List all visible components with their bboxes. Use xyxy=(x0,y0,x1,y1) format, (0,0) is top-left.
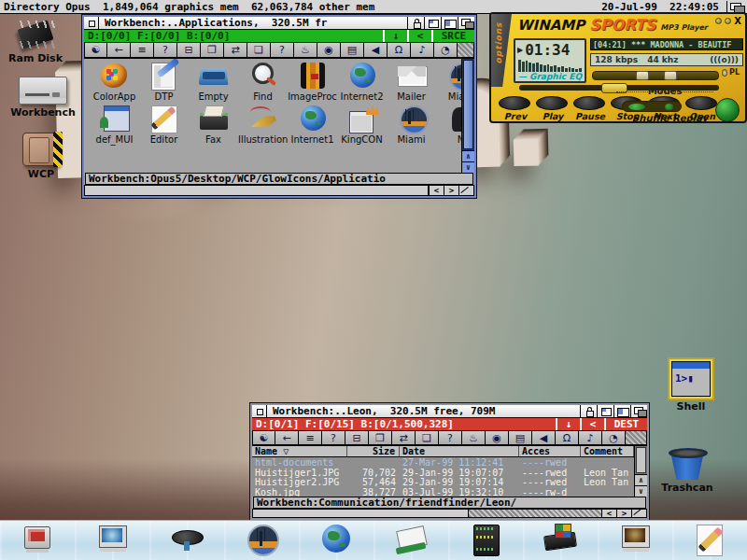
scroll-left-icon[interactable]: < xyxy=(602,509,617,518)
file-row[interactable]: Kosh.jpg38,727 03-Jul-99 19:32:10----rw-… xyxy=(252,488,634,497)
desktop-icon-workbench[interactable]: Workbench xyxy=(9,77,77,119)
app-icon-editor[interactable]: Editor xyxy=(139,104,189,145)
open-button[interactable] xyxy=(685,96,717,110)
mode-words[interactable]: Shuffle Replay xyxy=(632,113,708,123)
app-icon-colorapp[interactable]: ColorApp xyxy=(90,61,139,102)
announce-icon[interactable]: ◀ xyxy=(364,42,388,58)
scroll-left-icon[interactable]: < xyxy=(430,185,444,196)
applications-horizontal-scrollbar[interactable]: < > xyxy=(84,185,474,196)
amiga-computer-icon[interactable] xyxy=(17,523,58,558)
list-view-icon[interactable]: ≡ xyxy=(299,430,322,445)
read-book-icon[interactable]: ▤ xyxy=(341,42,364,58)
file-row[interactable]: Huistijger1.JPG70,702 29-Jan-99 19:07:07… xyxy=(252,469,634,479)
back-button[interactable]: < xyxy=(580,418,604,430)
sort-indicator-icon[interactable]: ▽ xyxy=(283,446,289,456)
clock-icon[interactable]: ◔ xyxy=(602,430,626,445)
dest-mode-badge[interactable]: DEST xyxy=(604,418,647,430)
scroll-up-icon[interactable]: ∧ xyxy=(635,474,647,485)
track-marquee[interactable]: [04:21] *** MADONNA - BEAUTIF xyxy=(590,38,743,50)
desktop-icon-shell[interactable]: Shell xyxy=(657,359,725,413)
mailer-icon[interactable] xyxy=(390,523,431,558)
list-view-icon[interactable]: ≡ xyxy=(131,42,154,58)
close-icon[interactable] xyxy=(252,405,267,417)
view-eye-icon[interactable]: ◉ xyxy=(486,430,509,445)
view-eye-icon[interactable]: ◉ xyxy=(317,42,341,58)
lock-icon[interactable]: Ω xyxy=(556,430,579,445)
play-note-icon[interactable]: ♪ xyxy=(411,42,434,58)
desktop-icon-ram-disk[interactable]: Ram Disk xyxy=(2,21,69,64)
app-icon-imageproc[interactable]: ImageProc xyxy=(288,61,337,102)
video-tape-icon[interactable] xyxy=(540,523,581,558)
yin-yang-icon[interactable]: ☯ xyxy=(252,430,275,445)
hscroll-thumb[interactable] xyxy=(253,510,469,517)
depth-gadget-icon[interactable] xyxy=(458,17,474,29)
prev-button[interactable] xyxy=(499,96,530,110)
scroll-up-icon[interactable]: ∧ xyxy=(462,150,474,161)
drawer-icon[interactable]: ⊟ xyxy=(345,430,369,445)
lock-gadget-icon[interactable] xyxy=(580,405,597,417)
move-icon[interactable]: ⇄ xyxy=(392,430,416,445)
copy-as-icon[interactable]: ❏ xyxy=(416,430,439,445)
text-editor-icon[interactable] xyxy=(689,523,730,558)
resize-gadget-icon[interactable] xyxy=(459,185,474,196)
source-mode-badge[interactable]: SRCE xyxy=(431,30,474,42)
leon-titlebar[interactable]: Workbench:..Leon, 320.5M free, 709M xyxy=(252,405,647,418)
depth-gadget-icon[interactable] xyxy=(630,405,647,417)
app-icon-def-mui[interactable]: def_MUI xyxy=(90,104,139,145)
app-icon-illustration[interactable]: Illustration xyxy=(238,104,288,145)
scroll-right-icon[interactable]: > xyxy=(444,185,459,196)
leon-vertical-scrollbar[interactable]: ∧ ∨ xyxy=(634,446,647,497)
app-icon-find[interactable]: Find xyxy=(238,61,288,102)
vscroll-thumb[interactable] xyxy=(636,447,646,473)
monitor-prefs-icon[interactable] xyxy=(92,523,133,558)
lock-gadget-icon[interactable] xyxy=(407,17,424,29)
scroll-down-icon[interactable]: ∨ xyxy=(635,485,647,497)
scroll-right-icon[interactable]: > xyxy=(617,509,632,518)
copy-icon[interactable]: ❐ xyxy=(369,430,392,445)
play-note-icon[interactable]: ♪ xyxy=(579,430,602,445)
query-icon[interactable]: ? xyxy=(271,42,294,58)
delete-pot-icon[interactable]: ♨ xyxy=(294,42,317,58)
copy-icon[interactable]: ❐ xyxy=(201,42,224,58)
arrow-down-icon[interactable]: ↓ xyxy=(556,418,580,430)
iconify-gadget-icon[interactable] xyxy=(424,17,441,29)
hscroll-thumb[interactable] xyxy=(85,186,429,195)
app-icon-fax[interactable]: Fax xyxy=(189,104,238,145)
options-label[interactable]: options xyxy=(494,22,503,64)
announce-icon[interactable]: ◀ xyxy=(532,430,556,445)
slider-handle[interactable] xyxy=(636,71,649,80)
zoom-gadget-icon[interactable] xyxy=(613,405,630,417)
leon-horizontal-scrollbar[interactable]: < > xyxy=(252,509,647,518)
iconify-gadget-icon[interactable] xyxy=(597,405,613,417)
app-icon-dtp[interactable]: DTP xyxy=(139,61,189,102)
resize-gadget-icon[interactable] xyxy=(632,509,647,518)
options-strip[interactable]: options xyxy=(491,14,512,87)
pl-label[interactable]: PL xyxy=(729,68,740,77)
app-icon-internet1[interactable]: Internet1 xyxy=(288,104,337,145)
applications-path-bar[interactable]: Workbench:Opus5/Desktop/WCP/GlowIcons/Ap… xyxy=(85,173,473,185)
play-button[interactable] xyxy=(536,96,568,110)
eject-ball-button[interactable] xyxy=(715,98,740,122)
copy-as-icon[interactable]: ❏ xyxy=(247,42,271,58)
zoom-gadget-icon[interactable] xyxy=(441,17,458,29)
desktop-icon-wcp[interactable]: WCP xyxy=(7,133,75,180)
screen-depth-gadget-icon[interactable] xyxy=(726,1,747,13)
drawer-icon[interactable]: ⊟ xyxy=(177,42,201,58)
app-icon-internet2[interactable]: Internet2 xyxy=(337,61,387,102)
read-book-icon[interactable]: ▤ xyxy=(509,430,532,445)
speaker-dish-icon[interactable] xyxy=(166,523,207,558)
desktop-icon-trashcan[interactable]: Trashcan xyxy=(654,446,721,494)
back-button[interactable]: < xyxy=(407,30,431,42)
help-icon[interactable]: ? xyxy=(322,430,345,445)
leon-path-bar[interactable]: Workbench:Communication/friendfinder/Leo… xyxy=(253,497,646,509)
parent-arrow-icon[interactable]: ← xyxy=(275,430,299,445)
app-icon-mailer[interactable]: Mailer xyxy=(387,61,436,102)
shuffle-replay-leds[interactable] xyxy=(622,101,682,112)
balance-volume-sliders[interactable] xyxy=(592,71,719,80)
parent-arrow-icon[interactable]: ← xyxy=(107,42,131,58)
clock-icon[interactable]: ◔ xyxy=(434,42,458,58)
audio-stack-icon[interactable] xyxy=(465,523,506,558)
file-row[interactable]: html-documents 27-Mar-99 11:12:41----rwe… xyxy=(252,458,634,469)
app-icon-empty[interactable]: Empty xyxy=(189,61,238,102)
slider-handle[interactable] xyxy=(664,71,677,80)
